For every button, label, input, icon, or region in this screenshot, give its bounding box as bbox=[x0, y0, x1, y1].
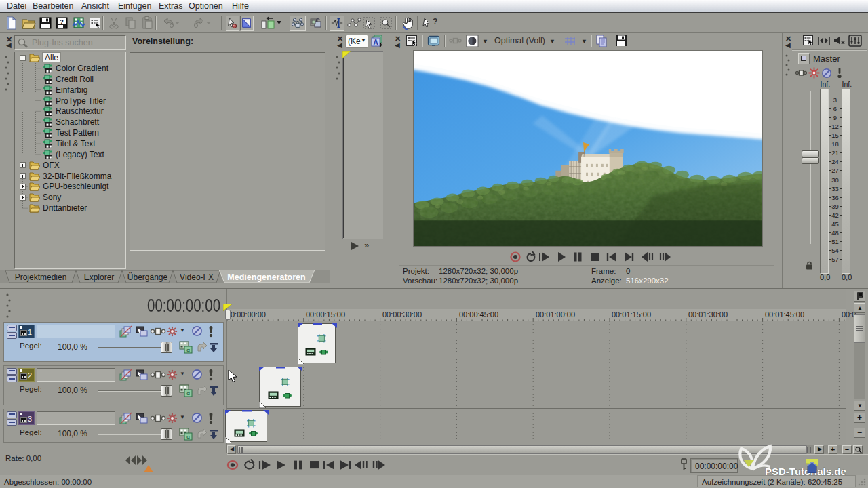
svg-text:Explorer: Explorer bbox=[84, 272, 115, 282]
svg-text:α: α bbox=[186, 434, 190, 440]
svg-text:Video-FX: Video-FX bbox=[180, 272, 214, 282]
svg-text:?: ? bbox=[433, 17, 437, 26]
svg-text:α: α bbox=[186, 390, 190, 396]
svg-text:Mediengeneratoren: Mediengeneratoren bbox=[227, 272, 305, 282]
svg-text:Übergänge: Übergänge bbox=[127, 272, 168, 282]
svg-text:A: A bbox=[373, 39, 378, 46]
svg-text:α: α bbox=[186, 347, 190, 353]
svg-text:?: ? bbox=[60, 18, 64, 25]
svg-text:Projektmedien: Projektmedien bbox=[15, 272, 67, 282]
